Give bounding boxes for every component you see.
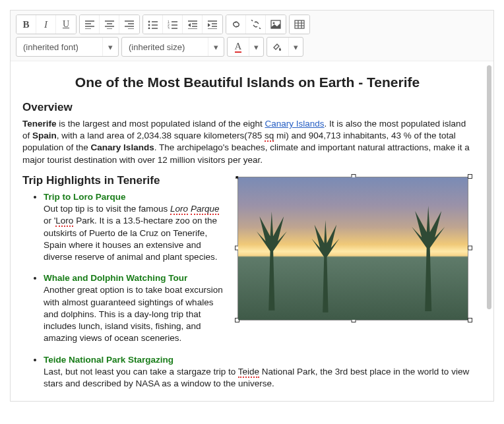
- italic-button[interactable]: I: [36, 15, 56, 34]
- toolbar-row-2: (inherited font) ▾ (inherited size) ▾ A …: [16, 37, 488, 57]
- list-item: Teide National Park Stargazing Last, but…: [44, 354, 472, 390]
- font-size-select[interactable]: (inherited size) ▾: [121, 37, 224, 57]
- tenerife-sunset-image[interactable]: [237, 177, 468, 320]
- svg-text:3: 3: [168, 26, 170, 29]
- item-title: Teide National Park Stargazing: [44, 355, 173, 365]
- svg-marker-33: [208, 23, 210, 27]
- svg-line-35: [259, 28, 261, 29]
- page-title: One of the Most Beautiful Islands on Ear…: [22, 75, 472, 90]
- toolbar-row-1: B I U 123: [16, 15, 488, 34]
- dropdown-arrow-icon[interactable]: ▾: [102, 38, 118, 56]
- font-family-value: (inherited font): [16, 42, 102, 52]
- image-button[interactable]: [266, 15, 286, 34]
- bold-text: Spain: [32, 131, 57, 140]
- font-color-button[interactable]: A ▾: [227, 37, 264, 57]
- resize-handle-e[interactable]: [468, 246, 472, 251]
- bold-button[interactable]: B: [16, 15, 36, 34]
- editor-content-area[interactable]: One of the Most Beautiful Islands on Ear…: [11, 61, 493, 401]
- font-color-icon[interactable]: A: [228, 38, 249, 56]
- link-button[interactable]: [226, 15, 246, 34]
- spellcheck-underline: Teide: [238, 367, 259, 378]
- align-left-button[interactable]: [80, 15, 100, 34]
- dropdown-arrow-icon[interactable]: ▾: [249, 38, 263, 56]
- bold-text: Tenerife: [22, 119, 57, 129]
- align-group: [79, 15, 140, 34]
- table-button[interactable]: [290, 15, 309, 34]
- font-family-select[interactable]: (inherited font) ▾: [16, 37, 119, 57]
- svg-point-13: [148, 24, 150, 26]
- heading-overview: Overview: [22, 101, 472, 114]
- format-group: B I U: [16, 15, 77, 34]
- svg-rect-38: [295, 20, 304, 28]
- spellcheck-underline: Parque: [191, 204, 220, 215]
- align-right-button[interactable]: [119, 15, 139, 34]
- bold-text: Canary Islands: [91, 142, 154, 152]
- outdent-button[interactable]: [183, 15, 203, 34]
- item-title: Trip to Loro Parque: [44, 192, 126, 202]
- underline-button[interactable]: U: [56, 15, 76, 34]
- selected-image[interactable]: ↖: [235, 174, 472, 322]
- ordered-list-button[interactable]: 123: [163, 15, 183, 34]
- svg-point-14: [148, 28, 150, 29]
- insert-group: [226, 15, 286, 34]
- vertical-scrollbar[interactable]: [487, 65, 491, 309]
- overview-paragraph: Tenerife is the largest and most populat…: [22, 118, 472, 166]
- svg-point-12: [148, 21, 150, 23]
- fill-color-icon[interactable]: [267, 38, 288, 56]
- table-group: [289, 15, 310, 34]
- spellcheck-underline: Loro: [55, 216, 73, 227]
- list-group: 123: [142, 15, 223, 34]
- font-size-value: (inherited size): [122, 42, 208, 52]
- svg-point-37: [273, 22, 275, 24]
- unlink-button[interactable]: [246, 15, 266, 34]
- dropdown-arrow-icon[interactable]: ▾: [208, 38, 224, 56]
- editor-toolbar: B I U 123: [11, 11, 493, 61]
- spellcheck-underline: Loro: [170, 204, 188, 215]
- resize-handle-se[interactable]: [468, 318, 472, 322]
- svg-marker-28: [188, 23, 191, 27]
- rich-text-editor: B I U 123: [10, 10, 494, 402]
- canary-islands-link[interactable]: Canary Islands: [265, 119, 324, 129]
- item-title: Whale and Dolphin Watching Tour: [44, 273, 187, 283]
- spellcheck-underline: sq: [265, 131, 274, 142]
- resize-handle-ne[interactable]: [468, 174, 472, 179]
- unordered-list-button[interactable]: [143, 15, 163, 34]
- fill-color-button[interactable]: ▾: [267, 37, 303, 57]
- svg-line-34: [251, 20, 253, 21]
- indent-button[interactable]: [203, 15, 222, 34]
- dropdown-arrow-icon[interactable]: ▾: [288, 38, 303, 56]
- align-center-button[interactable]: [100, 15, 119, 34]
